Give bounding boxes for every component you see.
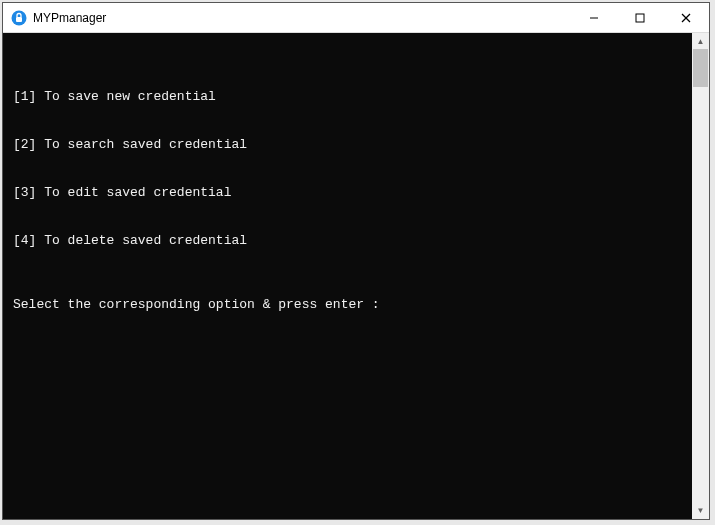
menu-option-3: [3] To edit saved credential [13,185,682,201]
prompt-line: Select the corresponding option & press … [13,297,682,313]
close-button[interactable] [663,3,709,33]
minimize-button[interactable] [571,3,617,33]
menu-option-2: [2] To search saved credential [13,137,682,153]
titlebar[interactable]: MYPmanager [3,3,709,33]
vertical-scrollbar[interactable]: ▲ ▼ [692,33,709,519]
window-title: MYPmanager [33,11,106,25]
scrollbar-thumb[interactable] [693,49,708,87]
app-window: MYPmanager [1] To save new credential [2… [2,2,710,520]
scroll-down-arrow-icon[interactable]: ▼ [692,502,709,519]
menu-option-4: [4] To delete saved credential [13,233,682,249]
maximize-button[interactable] [617,3,663,33]
menu-option-1: [1] To save new credential [13,89,682,105]
svg-rect-3 [636,14,644,22]
scroll-up-arrow-icon[interactable]: ▲ [692,33,709,50]
terminal-output[interactable]: [1] To save new credential [2] To search… [3,33,692,519]
lock-icon [11,10,27,26]
client-area: [1] To save new credential [2] To search… [3,33,709,519]
svg-rect-1 [16,17,22,22]
